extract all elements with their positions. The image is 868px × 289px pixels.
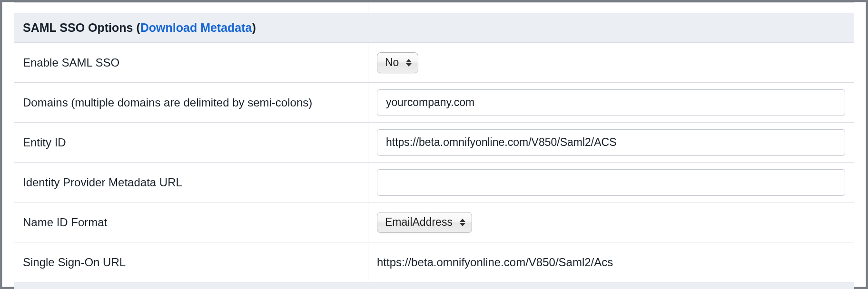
label-name-id-format: Name ID Format [14,202,368,242]
saml-header-suffix: ) [252,21,256,34]
entity-id-input[interactable] [377,129,845,156]
name-id-format-select[interactable]: EmailAddress [377,212,472,233]
label-sso-url: Single Sign-On URL [14,242,368,282]
label-idp-metadata: Identity Provider Metadata URL [14,163,368,202]
app-frame: SAML SSO Options (Download Metadata) Ena… [2,2,866,287]
chevron-updown-icon [405,58,412,68]
enable-saml-select[interactable]: No [377,52,418,73]
idp-metadata-input[interactable] [377,169,845,196]
saml-header-prefix: SAML SSO Options ( [23,21,140,34]
row-sso-url: Single Sign-On URL https://beta.omnifyon… [14,242,854,282]
row-idp-metadata: Identity Provider Metadata URL [14,163,854,202]
api-section-header: API Options [14,282,854,289]
previous-row-cutoff [14,3,854,13]
settings-panel: SAML SSO Options (Download Metadata) Ena… [14,2,854,287]
row-name-id-format: Name ID Format EmailAddress [14,202,854,242]
row-enable-saml: Enable SAML SSO No [14,43,854,83]
row-entity-id: Entity ID [14,123,854,163]
chevron-updown-icon [459,217,466,228]
label-enable-saml: Enable SAML SSO [14,43,368,83]
label-domains: Domains (multiple domains are delimited … [14,83,368,123]
saml-section-header: SAML SSO Options (Download Metadata) [14,13,854,43]
name-id-format-select-value: EmailAddress [385,216,453,229]
label-entity-id: Entity ID [14,123,368,163]
settings-table: SAML SSO Options (Download Metadata) Ena… [14,2,854,289]
row-domains: Domains (multiple domains are delimited … [14,83,854,123]
enable-saml-select-value: No [385,56,399,69]
download-metadata-link[interactable]: Download Metadata [140,21,252,34]
sso-url-value: https://beta.omnifyonline.com/V850/Saml2… [377,256,613,269]
domains-input[interactable] [377,89,845,116]
